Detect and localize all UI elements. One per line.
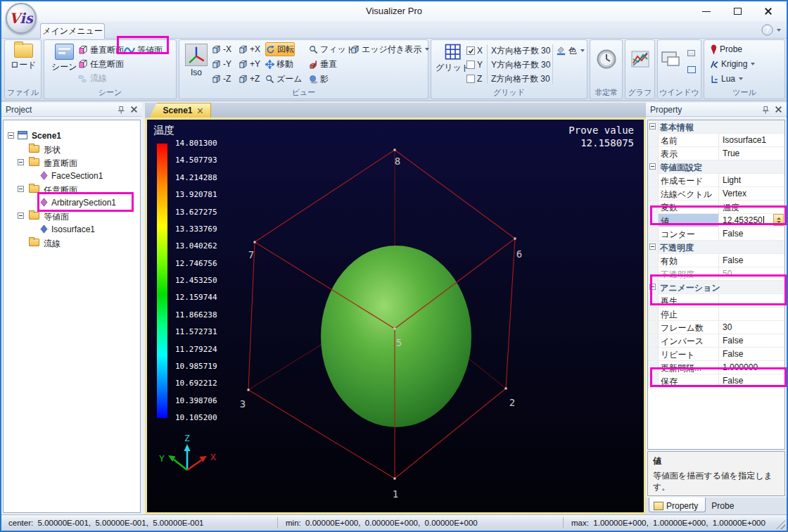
isosurface-button[interactable]: 等値面 (124, 43, 163, 57)
property-row-contour[interactable]: コンターFalse (648, 227, 784, 241)
view-minus-z-button[interactable]: -Z (212, 72, 231, 86)
svg-text:3: 3 (240, 398, 246, 410)
collapse-icon[interactable] (8, 132, 14, 139)
cube-icon (350, 45, 360, 54)
pushpin-icon[interactable] (117, 106, 125, 114)
property-group-animation[interactable]: アニメーション (648, 281, 784, 294)
property-group-isosurface-settings[interactable]: 等値面設定 (648, 160, 784, 174)
tab-scene1[interactable]: Scene1 (149, 103, 211, 118)
app-menu-button[interactable]: Vis (6, 3, 37, 34)
grid-x-count-field[interactable]: X方向格子数30 (491, 44, 550, 58)
close-icon[interactable] (130, 106, 138, 113)
tree-item-facesection1[interactable]: FaceSection1 (4, 169, 140, 182)
property-row-value[interactable]: 値 12.453250 (648, 214, 784, 227)
property-row-enabled[interactable]: 有効False (648, 254, 784, 267)
close-icon[interactable] (775, 106, 782, 113)
minimize-button[interactable] (691, 1, 722, 21)
cube-icon (239, 75, 248, 84)
tab-property[interactable]: Property (649, 498, 706, 512)
property-row-create-mode[interactable]: 作成モードLight (648, 174, 784, 187)
view-plus-x-button[interactable]: +X (239, 42, 260, 56)
app-logo: Vis (9, 10, 33, 27)
grid-z-checkbox[interactable]: Z (466, 72, 482, 86)
ribbon-group-graph: グラフ (625, 39, 655, 99)
help-icon[interactable] (761, 24, 773, 36)
move-button[interactable]: 移動 (265, 57, 293, 71)
window-layout-button[interactable] (661, 51, 682, 68)
collapse-icon[interactable] (649, 163, 656, 170)
view-minus-y-button[interactable]: -Y (212, 57, 231, 71)
property-row-opacity-value[interactable]: 不透明度50 (648, 267, 784, 281)
value-spinner[interactable] (773, 214, 784, 226)
pushpin-icon[interactable] (761, 106, 770, 114)
edged-display-button[interactable]: エッジ付き表示 (350, 42, 429, 56)
tab-probe[interactable]: Probe (707, 498, 741, 512)
help-dropdown-arrow[interactable] (777, 29, 781, 32)
probe-button[interactable]: Probe (710, 42, 742, 56)
vertical-section-button[interactable]: 垂直断面 (78, 43, 124, 57)
close-button[interactable] (753, 1, 784, 21)
window-list-button[interactable] (687, 46, 695, 60)
tree-item-isosurface[interactable]: 等値面 (4, 209, 140, 222)
tree-item-scene1[interactable]: Scene1 (4, 129, 140, 142)
collapse-icon[interactable] (649, 284, 656, 290)
collapse-icon[interactable] (18, 186, 24, 192)
tree-item-streamline[interactable]: 流線 (4, 236, 140, 249)
kriging-button[interactable]: Kriging (710, 57, 755, 71)
streamline-button[interactable]: 流線 (78, 71, 107, 85)
3d-viewport[interactable]: 8 7 6 5 3 2 1 Z Y X 温度 (145, 118, 646, 514)
vertical-view-button[interactable]: 垂直 (309, 57, 337, 71)
shadow-button[interactable]: 影 (309, 72, 329, 86)
tree-item-arbitrarysection1[interactable]: ArbitrarySection1 (4, 196, 140, 209)
property-row-stop[interactable]: 停止 (648, 308, 784, 321)
property-row-variable[interactable]: 変数温度 (648, 201, 784, 214)
scene-icon (18, 131, 27, 139)
grid-x-checkbox[interactable]: X (466, 44, 483, 58)
collapse-icon[interactable] (18, 213, 24, 219)
property-row-save[interactable]: 保存False (648, 374, 784, 388)
property-row-visible[interactable]: 表示True (648, 147, 784, 160)
property-row-frame-count[interactable]: フレーム数30 (648, 321, 784, 334)
maximize-button[interactable] (722, 1, 753, 21)
grid-y-count-field[interactable]: Y方向格子数30 (491, 58, 550, 72)
grid-color-button[interactable]: 色 (556, 44, 585, 58)
view-plus-z-button[interactable]: +Z (239, 72, 260, 86)
property-row-name[interactable]: 名前Isosurface1 (648, 134, 784, 147)
tree-item-shape[interactable]: 形状 (4, 142, 140, 156)
view-plus-y-button[interactable]: +Y (239, 57, 260, 71)
tree-item-arbitrary-section[interactable]: 任意断面 (4, 182, 140, 196)
collapse-icon[interactable] (649, 243, 656, 250)
tree-item-vertical-section[interactable]: 垂直断面 (4, 156, 140, 169)
graph-button[interactable] (631, 51, 649, 68)
property-group-basic-info[interactable]: 基本情報 (648, 120, 784, 134)
property-group-opacity[interactable]: 不透明度 (648, 241, 784, 254)
rotate-button[interactable]: 回転 (265, 42, 295, 56)
view-minus-x-button[interactable]: -X (212, 42, 231, 56)
grid-z-count-field[interactable]: Z方向格子数30 (491, 72, 550, 86)
value-edit-field[interactable]: 12.453250 (719, 214, 784, 227)
property-row-play[interactable]: 再生 (648, 294, 784, 308)
property-row-repeat[interactable]: リピートFalse (648, 348, 784, 361)
lua-button[interactable]: Lua (710, 72, 743, 86)
unsteady-button[interactable] (596, 49, 617, 70)
grid-button[interactable]: グリッド (436, 44, 470, 74)
property-row-update-interval[interactable]: 更新間隔...1.000000 (648, 361, 784, 374)
arbitrary-section-button[interactable]: 任意断面 (78, 57, 124, 71)
resize-grip[interactable] (776, 520, 785, 529)
property-row-inverse[interactable]: インバースFalse (648, 334, 784, 348)
property-row-normal-vector[interactable]: 法線ベクトルVertex (648, 187, 784, 201)
load-button[interactable]: ロード (11, 44, 37, 71)
tab-main-menu[interactable]: メインメニュー (40, 23, 105, 39)
close-icon[interactable] (197, 108, 203, 114)
grid-y-checkbox[interactable]: Y (466, 58, 483, 72)
iso-view-button[interactable]: Iso (185, 44, 208, 77)
collapse-icon[interactable] (649, 123, 656, 129)
collapse-icon[interactable] (18, 159, 24, 165)
tree-item-isosurface1[interactable]: Isosurface1 (4, 222, 140, 236)
fit-button[interactable]: フィット (309, 42, 355, 56)
scene-button[interactable]: シーン (51, 44, 77, 73)
zoom-button[interactable]: ズーム (265, 72, 303, 86)
folder-icon (29, 212, 39, 220)
svg-text:7: 7 (248, 249, 254, 260)
window-doc-button[interactable] (687, 63, 696, 77)
